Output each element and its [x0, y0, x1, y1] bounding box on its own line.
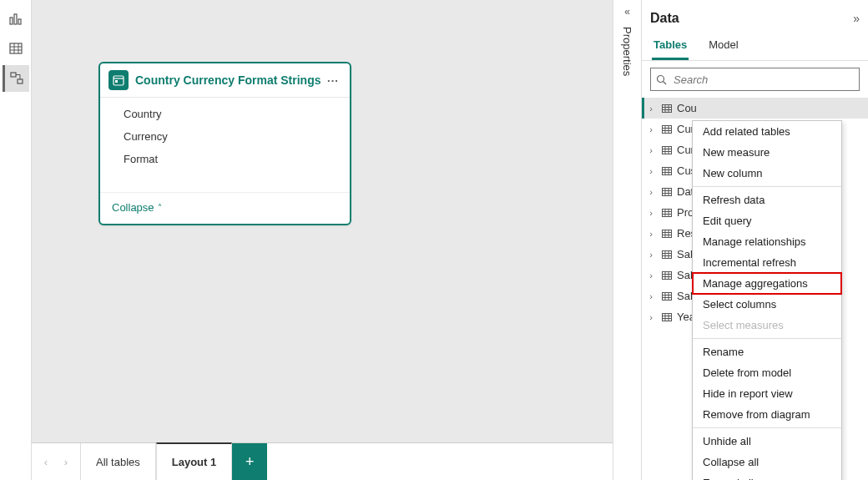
tab-scroll-right[interactable]: ›: [57, 449, 75, 474]
table-icon: [660, 123, 674, 136]
field-row[interactable]: Currency: [100, 125, 350, 148]
data-pane-tabs: Tables Model: [642, 32, 868, 61]
svg-line-16: [664, 81, 667, 84]
context-menu-separator: [693, 427, 841, 428]
search-input[interactable]: [672, 73, 854, 87]
bar-chart-icon: [8, 11, 23, 26]
context-menu-item[interactable]: Select columns: [693, 294, 841, 315]
context-menu-separator: [693, 186, 841, 187]
context-menu-separator: [693, 338, 841, 339]
collapse-card-button[interactable]: Collapse ˄: [100, 192, 350, 224]
svg-rect-27: [663, 146, 672, 154]
data-pane-title: Data: [650, 11, 679, 26]
chevron-right-icon: ›: [645, 187, 657, 197]
context-menu-item[interactable]: Manage relationships: [693, 231, 841, 252]
view-rail: [0, 0, 32, 480]
expand-properties-button[interactable]: «: [613, 0, 641, 23]
layout-tab-all-tables[interactable]: All tables: [80, 443, 156, 480]
context-menu-item[interactable]: Edit query: [693, 210, 841, 231]
calendar-table-icon: [108, 70, 129, 90]
svg-rect-8: [11, 73, 16, 77]
table-icon: [660, 290, 674, 303]
chevron-right-icon: ›: [645, 145, 657, 155]
table-card-header[interactable]: Country Currency Format Strings ···: [100, 63, 350, 98]
chevron-right-icon: ›: [645, 312, 657, 322]
table-icon: [660, 227, 674, 240]
context-menu-item[interactable]: Incremental refresh: [693, 252, 841, 273]
data-tab-model[interactable]: Model: [707, 32, 739, 60]
table-context-menu: Add related tablesNew measureNew columnR…: [692, 120, 842, 480]
search-box[interactable]: [650, 68, 860, 91]
context-menu-item[interactable]: Delete from model: [693, 362, 841, 383]
table-icon: [660, 144, 674, 157]
svg-rect-2: [18, 19, 21, 24]
context-menu-item[interactable]: Collapse all: [693, 452, 841, 472]
chevron-right-icon: ›: [645, 250, 657, 260]
table-card-title: Country Currency Format Strings: [135, 73, 325, 87]
table-card-more-button[interactable]: ···: [325, 74, 341, 87]
svg-rect-52: [663, 250, 672, 258]
context-menu-item[interactable]: Manage aggregations: [693, 273, 841, 294]
svg-rect-9: [18, 79, 23, 83]
properties-pane-collapsed: « Properties: [613, 0, 641, 480]
table-name-label: Cou: [677, 102, 697, 114]
table-name-label: Sal: [677, 290, 693, 302]
svg-rect-3: [10, 43, 22, 53]
model-canvas[interactable]: Country Currency Format Strings ··· Coun…: [32, 0, 613, 480]
svg-rect-62: [663, 292, 672, 300]
table-icon: [660, 185, 674, 199]
svg-rect-32: [663, 167, 672, 174]
table-icon: [660, 206, 674, 220]
table-card-fields: Country Currency Format: [100, 98, 350, 175]
properties-label: Properties: [621, 27, 633, 76]
context-menu-item[interactable]: Add related tables: [693, 121, 841, 142]
svg-rect-1: [14, 14, 17, 24]
chevron-up-icon: ˄: [158, 203, 162, 212]
chevron-right-icon: ›: [645, 208, 657, 218]
svg-rect-37: [663, 188, 672, 195]
model-diagram-icon: [9, 71, 24, 86]
svg-rect-22: [663, 125, 672, 133]
table-list-item[interactable]: ›Cou: [642, 98, 868, 119]
table-icon: [660, 311, 674, 324]
context-menu-item[interactable]: Remove from diagram: [693, 404, 841, 425]
add-layout-button[interactable]: +: [232, 443, 267, 480]
svg-rect-67: [663, 313, 672, 321]
context-menu-item[interactable]: New measure: [693, 142, 841, 163]
table-card-country-currency[interactable]: Country Currency Format Strings ··· Coun…: [98, 62, 351, 225]
layout-tab-layout1[interactable]: Layout 1: [156, 442, 232, 480]
context-menu-item[interactable]: Refresh data: [693, 189, 841, 210]
table-name-label: Sal: [677, 269, 693, 281]
chevron-double-right-icon: »: [853, 12, 860, 25]
field-row[interactable]: Format: [100, 148, 350, 170]
data-tab-tables[interactable]: Tables: [652, 32, 689, 60]
collapse-data-pane-button[interactable]: »: [853, 12, 860, 25]
report-view-button[interactable]: [3, 5, 29, 32]
chevron-right-icon: ›: [645, 229, 657, 239]
model-view-button[interactable]: [3, 65, 29, 92]
tab-scroll-left[interactable]: ‹: [37, 449, 55, 474]
table-name-label: Sal: [677, 248, 693, 260]
svg-rect-57: [663, 271, 672, 279]
search-icon: [656, 74, 667, 85]
svg-rect-42: [663, 209, 672, 216]
context-menu-item: Select measures: [693, 315, 841, 336]
table-icon: [660, 164, 674, 178]
context-menu-item[interactable]: Expand all: [693, 472, 841, 480]
chevron-right-icon: ›: [645, 166, 657, 176]
data-view-button[interactable]: [3, 35, 29, 62]
table-grid-icon: [8, 41, 23, 56]
context-menu-item[interactable]: Unhide all: [693, 431, 841, 452]
table-icon: [660, 269, 674, 282]
svg-rect-12: [114, 76, 124, 85]
svg-rect-0: [10, 18, 13, 24]
layout-tab-bar: ‹ › All tables Layout 1 +: [32, 442, 613, 480]
field-row[interactable]: Country: [100, 103, 350, 125]
svg-point-15: [658, 75, 664, 82]
table-icon: [660, 248, 674, 261]
context-menu-item[interactable]: New column: [693, 163, 841, 184]
chevron-right-icon: ›: [645, 270, 657, 280]
chevron-right-icon: ›: [645, 124, 657, 134]
context-menu-item[interactable]: Hide in report view: [693, 383, 841, 404]
context-menu-item[interactable]: Rename: [693, 341, 841, 362]
